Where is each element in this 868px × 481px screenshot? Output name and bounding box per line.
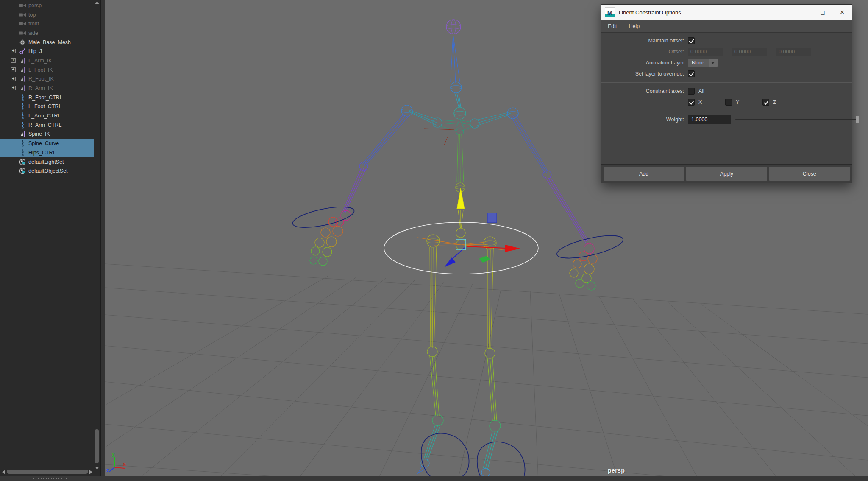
outliner-list: persp top front side Male_Base_Mesh Hip_…	[0, 1, 94, 176]
lower-spine-bone	[456, 210, 465, 238]
manipulator-x-cone	[505, 245, 520, 252]
animation-layer-value: None	[688, 59, 709, 67]
outliner-item-label: persp	[28, 3, 42, 8]
resize-grip-dots[interactable]	[33, 478, 69, 479]
panel-divider[interactable]	[100, 0, 105, 476]
set-icon	[19, 159, 26, 165]
outliner-item-r-foot-ctrl[interactable]: R_Foot_CTRL	[0, 93, 94, 102]
dialog-menubar: Edit Help	[601, 20, 852, 33]
left-arm-bones	[342, 114, 409, 213]
left-arm-control-circle	[291, 203, 356, 232]
outliner-item-label: R_Foot_IK	[28, 76, 54, 82]
ik-handle-icon	[19, 131, 26, 137]
outliner-item-hip-j[interactable]: Hip_J	[0, 47, 94, 56]
menu-help[interactable]: Help	[629, 23, 640, 29]
offset-label: Offset:	[601, 49, 688, 55]
offset-x-field[interactable]	[688, 48, 723, 56]
slider-handle[interactable]	[856, 116, 859, 123]
right-foot-control-curve	[477, 442, 525, 481]
offset-y-field[interactable]	[732, 48, 767, 56]
ik-handle-icon	[19, 57, 26, 64]
outliner-item-top[interactable]: top	[0, 10, 94, 20]
outliner-item-hips-ctrl[interactable]: Hips_CTRL	[0, 148, 100, 157]
chevron-down-icon	[709, 59, 718, 67]
expand-toggle[interactable]	[11, 77, 16, 81]
manipulator-xy-plane-handle	[487, 213, 497, 223]
weight-slider[interactable]	[735, 115, 859, 124]
outliner-item-label: top	[28, 12, 36, 18]
camera-icon	[19, 11, 26, 18]
outliner-item-r-arm-ctrl[interactable]: R_Arm_CTRL	[0, 120, 94, 130]
outliner-item-spine-curve[interactable]: Spine_Curve	[0, 139, 100, 148]
outliner-item-persp[interactable]: persp	[0, 1, 94, 10]
scroll-down-icon[interactable]	[95, 467, 99, 470]
weight-label: Weight:	[601, 117, 688, 123]
weight-field[interactable]	[688, 115, 731, 124]
axis-y-label: Y	[736, 99, 739, 105]
outliner-panel: persp top front side Male_Base_Mesh Hip_…	[0, 0, 100, 476]
outliner-item-l-foot-ik[interactable]: L_Foot_IK	[0, 65, 94, 75]
outliner-item-l-arm-ik[interactable]: L_Arm_IK	[0, 56, 94, 65]
outliner-horizontal-scrollbar[interactable]	[0, 468, 94, 476]
axis-z-label: z	[106, 467, 109, 473]
maya-logo-icon: M	[605, 7, 615, 17]
outliner-item-label: defaultLightSet	[28, 159, 64, 165]
outliner-item-label: L_Arm_IK	[28, 58, 52, 64]
outliner-item-default-light-set[interactable]: defaultLightSet	[0, 157, 94, 167]
axis-x-checkbox[interactable]	[688, 99, 695, 106]
apply-button[interactable]: Apply	[686, 167, 767, 181]
maximize-icon[interactable]: ◻	[813, 5, 832, 20]
outliner-vertical-scrollbar[interactable]	[94, 0, 100, 476]
vertical-scroll-thumb[interactable]	[95, 429, 99, 463]
horizontal-scroll-thumb[interactable]	[7, 470, 88, 474]
expand-toggle[interactable]	[11, 86, 16, 90]
scroll-left-icon[interactable]	[2, 470, 5, 474]
close-icon[interactable]: ✕	[832, 5, 852, 20]
animation-layer-dropdown[interactable]: None	[688, 59, 718, 67]
outliner-item-male-base-mesh[interactable]: Male_Base_Mesh	[0, 38, 94, 47]
scroll-up-icon[interactable]	[95, 1, 99, 4]
dialog-titlebar[interactable]: M Orient Constraint Options – ◻ ✕	[601, 5, 852, 20]
expand-toggle[interactable]	[11, 67, 16, 72]
ground-grid	[55, 264, 868, 481]
scroll-right-icon[interactable]	[89, 470, 92, 474]
outliner-item-label: R_Arm_CTRL	[28, 122, 62, 128]
close-button[interactable]: Close	[769, 167, 850, 181]
outliner-item-default-object-set[interactable]: defaultObjectSet	[0, 166, 94, 176]
outliner-item-side[interactable]: side	[0, 28, 94, 38]
axis-y-checkbox[interactable]	[725, 99, 732, 106]
set-layer-override-label: Set layer to override:	[601, 71, 688, 77]
axis-z-checkbox[interactable]	[762, 99, 769, 106]
ik-handle-icon	[19, 85, 26, 92]
axis-all-checkbox[interactable]	[688, 88, 695, 95]
curve-icon	[19, 140, 26, 147]
outliner-item-r-arm-ik[interactable]: R_Arm_IK	[0, 84, 94, 93]
outliner-item-label: Spine_IK	[28, 131, 50, 137]
right-arm-bones	[511, 115, 588, 243]
expand-toggle[interactable]	[11, 49, 16, 53]
menu-edit[interactable]: Edit	[608, 23, 617, 29]
curve-icon	[19, 149, 26, 156]
curve-icon	[19, 94, 26, 101]
expand-toggle[interactable]	[11, 58, 16, 63]
curve-icon	[19, 122, 26, 129]
add-button[interactable]: Add	[604, 167, 684, 181]
maintain-offset-checkbox[interactable]	[688, 37, 695, 44]
ik-handle-icon	[19, 67, 26, 73]
outliner-item-l-arm-ctrl[interactable]: L_Arm_CTRL	[0, 111, 94, 120]
pole-vector-lines	[424, 129, 454, 145]
outliner-item-r-foot-ik[interactable]: R_Foot_IK	[0, 75, 94, 84]
axis-y-label: y	[112, 450, 115, 457]
axis-x-label: x	[123, 461, 126, 467]
dialog-button-row: Add Apply Close	[601, 164, 852, 183]
minimize-icon[interactable]: –	[793, 5, 813, 20]
offset-z-field[interactable]	[776, 48, 811, 56]
set-layer-override-checkbox[interactable]	[688, 70, 695, 77]
outliner-item-l-foot-ctrl[interactable]: L_Foot_CTRL	[0, 102, 94, 112]
outliner-item-label: Male_Base_Mesh	[28, 39, 71, 45]
outliner-item-label: R_Foot_CTRL	[28, 95, 63, 101]
outliner-item-label: Hips_CTRL	[28, 150, 56, 156]
outliner-item-spine-ik[interactable]: Spine_IK	[0, 130, 94, 139]
outliner-item-front[interactable]: front	[0, 19, 94, 28]
clavicle-web	[439, 119, 473, 135]
